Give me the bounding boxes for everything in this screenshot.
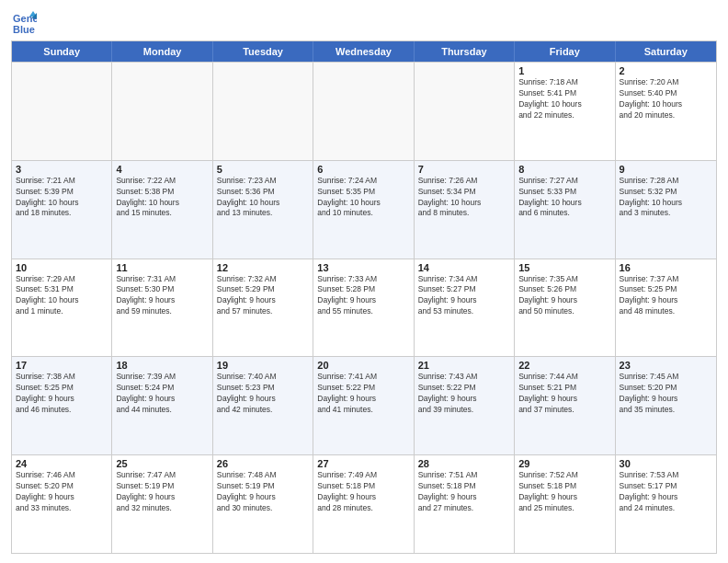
calendar-cell: 24Sunrise: 7:46 AM Sunset: 5:20 PM Dayli…: [12, 455, 112, 553]
day-number: 18: [116, 360, 208, 371]
weekday-header: Monday: [112, 41, 212, 62]
calendar-cell: 18Sunrise: 7:39 AM Sunset: 5:24 PM Dayli…: [112, 357, 212, 454]
logo-icon: General Blue: [11, 9, 37, 35]
day-info: Sunrise: 7:39 AM Sunset: 5:24 PM Dayligh…: [116, 372, 208, 416]
calendar-row: 24Sunrise: 7:46 AM Sunset: 5:20 PM Dayli…: [12, 454, 716, 553]
weekday-header: Thursday: [415, 41, 515, 62]
calendar-cell: 23Sunrise: 7:45 AM Sunset: 5:20 PM Dayli…: [616, 357, 716, 454]
day-info: Sunrise: 7:27 AM Sunset: 5:33 PM Dayligh…: [518, 176, 610, 220]
day-number: 24: [16, 458, 108, 469]
day-info: Sunrise: 7:22 AM Sunset: 5:38 PM Dayligh…: [116, 176, 208, 220]
day-info: Sunrise: 7:53 AM Sunset: 5:17 PM Dayligh…: [620, 470, 712, 514]
day-info: Sunrise: 7:41 AM Sunset: 5:22 PM Dayligh…: [317, 372, 409, 416]
calendar-row: 3Sunrise: 7:21 AM Sunset: 5:39 PM Daylig…: [12, 160, 716, 259]
day-info: Sunrise: 7:49 AM Sunset: 5:18 PM Dayligh…: [317, 470, 409, 514]
day-info: Sunrise: 7:32 AM Sunset: 5:29 PM Dayligh…: [217, 274, 309, 318]
day-number: 5: [217, 164, 309, 175]
day-number: 12: [217, 262, 309, 273]
svg-text:Blue: Blue: [13, 24, 35, 35]
calendar-cell: 22Sunrise: 7:44 AM Sunset: 5:21 PM Dayli…: [515, 357, 615, 454]
day-info: Sunrise: 7:47 AM Sunset: 5:19 PM Dayligh…: [116, 470, 208, 514]
day-info: Sunrise: 7:31 AM Sunset: 5:30 PM Dayligh…: [116, 274, 208, 318]
day-info: Sunrise: 7:24 AM Sunset: 5:35 PM Dayligh…: [317, 176, 409, 220]
calendar-cell: 29Sunrise: 7:52 AM Sunset: 5:18 PM Dayli…: [515, 455, 615, 553]
day-info: Sunrise: 7:52 AM Sunset: 5:18 PM Dayligh…: [518, 470, 610, 514]
calendar-cell: 9Sunrise: 7:28 AM Sunset: 5:32 PM Daylig…: [616, 161, 716, 259]
calendar-cell: 14Sunrise: 7:34 AM Sunset: 5:27 PM Dayli…: [415, 259, 515, 357]
calendar-cell: 17Sunrise: 7:38 AM Sunset: 5:25 PM Dayli…: [12, 357, 112, 454]
weekday-header: Saturday: [616, 41, 716, 62]
day-info: Sunrise: 7:34 AM Sunset: 5:27 PM Dayligh…: [418, 274, 510, 318]
day-number: 28: [418, 458, 510, 469]
calendar-cell: 19Sunrise: 7:40 AM Sunset: 5:23 PM Dayli…: [213, 357, 313, 454]
calendar-cell: 16Sunrise: 7:37 AM Sunset: 5:25 PM Dayli…: [616, 259, 716, 357]
calendar-cell: 26Sunrise: 7:48 AM Sunset: 5:19 PM Dayli…: [213, 455, 313, 553]
calendar-cell: [415, 63, 515, 160]
day-number: 7: [418, 164, 510, 175]
calendar-cell: 3Sunrise: 7:21 AM Sunset: 5:39 PM Daylig…: [12, 161, 112, 259]
weekday-header: Wednesday: [313, 41, 414, 62]
calendar-cell: 8Sunrise: 7:27 AM Sunset: 5:33 PM Daylig…: [515, 161, 615, 259]
day-info: Sunrise: 7:26 AM Sunset: 5:34 PM Dayligh…: [418, 176, 510, 220]
day-number: 14: [418, 262, 510, 273]
calendar-cell: 25Sunrise: 7:47 AM Sunset: 5:19 PM Dayli…: [112, 455, 212, 553]
day-info: Sunrise: 7:51 AM Sunset: 5:18 PM Dayligh…: [418, 470, 510, 514]
day-info: Sunrise: 7:33 AM Sunset: 5:28 PM Dayligh…: [317, 274, 409, 318]
day-number: 15: [518, 262, 610, 273]
day-number: 29: [518, 458, 610, 469]
day-number: 21: [418, 360, 510, 371]
calendar-cell: [12, 63, 112, 160]
calendar-cell: 12Sunrise: 7:32 AM Sunset: 5:29 PM Dayli…: [213, 259, 313, 357]
day-info: Sunrise: 7:43 AM Sunset: 5:22 PM Dayligh…: [418, 372, 510, 416]
day-number: 2: [620, 65, 712, 76]
calendar-cell: 10Sunrise: 7:29 AM Sunset: 5:31 PM Dayli…: [12, 259, 112, 357]
calendar-body: 1Sunrise: 7:18 AM Sunset: 5:41 PM Daylig…: [12, 62, 716, 553]
day-number: 26: [217, 458, 309, 469]
calendar-cell: 20Sunrise: 7:41 AM Sunset: 5:22 PM Dayli…: [313, 357, 414, 454]
calendar-cell: 15Sunrise: 7:35 AM Sunset: 5:26 PM Dayli…: [515, 259, 615, 357]
day-number: 19: [217, 360, 309, 371]
day-info: Sunrise: 7:44 AM Sunset: 5:21 PM Dayligh…: [518, 372, 610, 416]
day-number: 1: [518, 65, 610, 76]
day-info: Sunrise: 7:23 AM Sunset: 5:36 PM Dayligh…: [217, 176, 309, 220]
day-info: Sunrise: 7:40 AM Sunset: 5:23 PM Dayligh…: [217, 372, 309, 416]
calendar-cell: 21Sunrise: 7:43 AM Sunset: 5:22 PM Dayli…: [415, 357, 515, 454]
logo: General Blue: [11, 9, 40, 35]
day-number: 10: [16, 262, 108, 273]
calendar-cell: 2Sunrise: 7:20 AM Sunset: 5:40 PM Daylig…: [616, 63, 716, 160]
calendar: SundayMondayTuesdayWednesdayThursdayFrid…: [11, 40, 717, 554]
calendar-cell: 1Sunrise: 7:18 AM Sunset: 5:41 PM Daylig…: [515, 63, 615, 160]
day-number: 9: [620, 164, 712, 175]
day-info: Sunrise: 7:29 AM Sunset: 5:31 PM Dayligh…: [16, 274, 108, 318]
day-number: 27: [317, 458, 409, 469]
weekday-header: Friday: [515, 41, 615, 62]
calendar-cell: 6Sunrise: 7:24 AM Sunset: 5:35 PM Daylig…: [313, 161, 414, 259]
day-info: Sunrise: 7:35 AM Sunset: 5:26 PM Dayligh…: [518, 274, 610, 318]
calendar-row: 17Sunrise: 7:38 AM Sunset: 5:25 PM Dayli…: [12, 356, 716, 454]
calendar-cell: 28Sunrise: 7:51 AM Sunset: 5:18 PM Dayli…: [415, 455, 515, 553]
calendar-cell: [213, 63, 313, 160]
header: General Blue: [11, 9, 717, 35]
day-number: 11: [116, 262, 208, 273]
day-info: Sunrise: 7:45 AM Sunset: 5:20 PM Dayligh…: [620, 372, 712, 416]
day-number: 30: [620, 458, 712, 469]
calendar-cell: 27Sunrise: 7:49 AM Sunset: 5:18 PM Dayli…: [313, 455, 414, 553]
day-info: Sunrise: 7:18 AM Sunset: 5:41 PM Dayligh…: [518, 77, 610, 121]
calendar-row: 1Sunrise: 7:18 AM Sunset: 5:41 PM Daylig…: [12, 62, 716, 160]
day-info: Sunrise: 7:20 AM Sunset: 5:40 PM Dayligh…: [620, 77, 712, 121]
calendar-cell: 4Sunrise: 7:22 AM Sunset: 5:38 PM Daylig…: [112, 161, 212, 259]
day-number: 16: [620, 262, 712, 273]
day-info: Sunrise: 7:37 AM Sunset: 5:25 PM Dayligh…: [620, 274, 712, 318]
day-info: Sunrise: 7:21 AM Sunset: 5:39 PM Dayligh…: [16, 176, 108, 220]
day-number: 8: [518, 164, 610, 175]
day-number: 17: [16, 360, 108, 371]
day-info: Sunrise: 7:38 AM Sunset: 5:25 PM Dayligh…: [16, 372, 108, 416]
day-number: 20: [317, 360, 409, 371]
calendar-cell: 5Sunrise: 7:23 AM Sunset: 5:36 PM Daylig…: [213, 161, 313, 259]
calendar-cell: 11Sunrise: 7:31 AM Sunset: 5:30 PM Dayli…: [112, 259, 212, 357]
day-info: Sunrise: 7:28 AM Sunset: 5:32 PM Dayligh…: [620, 176, 712, 220]
weekday-header: Tuesday: [213, 41, 313, 62]
calendar-header: SundayMondayTuesdayWednesdayThursdayFrid…: [12, 41, 716, 62]
day-number: 13: [317, 262, 409, 273]
weekday-header: Sunday: [12, 41, 112, 62]
